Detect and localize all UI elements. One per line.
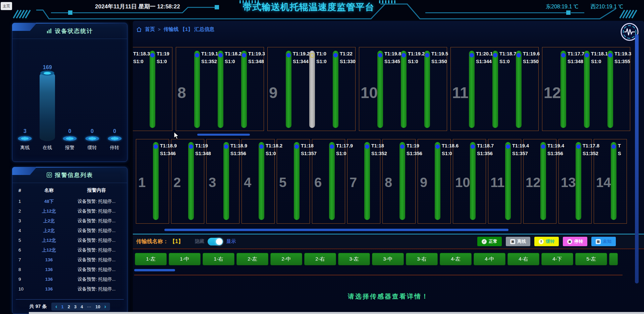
alarm-row[interactable]: 10136设备预警: 托辊停... <box>16 284 124 294</box>
alarm-row[interactable]: 3上2北设备预警: 托辊停... <box>16 216 124 226</box>
sensor-bar[interactable] <box>329 142 335 220</box>
sensor-bar[interactable] <box>153 142 159 220</box>
sensor-bar[interactable] <box>188 142 194 220</box>
sensor-bar[interactable] <box>516 51 522 128</box>
sensor-dot-icon <box>224 144 228 149</box>
speed-value: S1:356 <box>407 150 422 158</box>
sensor-button-4-下[interactable]: 4-下 <box>541 253 573 265</box>
sensor-button-2-右[interactable]: 2-右 <box>304 253 336 265</box>
legend-button-normal[interactable]: ✓正常 <box>477 237 502 246</box>
col-name: 名称 <box>29 187 69 193</box>
pager-page-1[interactable]: 1 <box>61 304 63 309</box>
sensor-button-partial[interactable] <box>609 253 618 265</box>
browser-home-tab[interactable]: 主页 <box>1 2 12 10</box>
group-number: 8 <box>177 85 186 100</box>
sensor-bar[interactable] <box>309 51 315 128</box>
sensor-bar[interactable] <box>286 51 291 128</box>
chart-category-label: 停转 <box>110 145 119 151</box>
alarm-index: 4 <box>16 228 29 233</box>
alarm-content: 设备预警: 托辊停... <box>69 198 124 205</box>
sensor-button-4-左[interactable]: 4-左 <box>440 253 472 265</box>
sensor-bar[interactable] <box>401 51 407 128</box>
sensor-bar[interactable] <box>492 51 498 128</box>
pager-page-2[interactable]: 2 <box>68 304 70 309</box>
header-datetime: 2024年11月11日 星期一 12:58:22 <box>77 3 198 10</box>
sensor-dot-icon <box>330 144 334 149</box>
pager-prev-icon[interactable]: ‹ <box>55 304 57 310</box>
legend-button-unknown[interactable]: ▤未知 <box>591 237 616 246</box>
alarm-row[interactable]: 6上12北设备预警: 托辊停... <box>16 245 124 255</box>
sensor-group-10: 10T1:19.8S1:345T1:19.2S1:0T1:19.5S1:350 <box>359 47 447 131</box>
pager-page-10[interactable]: 10 <box>95 304 100 309</box>
breadcrumb-home[interactable]: 首页 <box>145 26 155 33</box>
sensor-button-3-左[interactable]: 3-左 <box>338 253 370 265</box>
sensor-bar[interactable] <box>241 51 247 128</box>
sensor-readings: T1:19.2S1:0 <box>408 50 425 65</box>
alarm-row[interactable]: 5上12北设备预警: 托辊停... <box>16 235 124 245</box>
alarm-row[interactable]: 2上12北设备预警: 托辊停... <box>16 206 124 216</box>
window-bottom-scrollbar[interactable] <box>29 312 644 314</box>
sensor-bar[interactable] <box>470 142 476 220</box>
sensor-bar[interactable] <box>611 142 616 220</box>
group-number: 9 <box>269 85 278 100</box>
sensor-button-3-右[interactable]: 3-右 <box>406 253 438 265</box>
sensor-bar[interactable] <box>150 51 155 128</box>
sensor-bar[interactable] <box>259 142 264 220</box>
sensor-bar[interactable] <box>194 51 200 128</box>
sensor-bar[interactable] <box>584 51 590 128</box>
speed-value: S1:348 <box>248 58 265 65</box>
show-hide-toggle[interactable] <box>208 238 223 245</box>
main-vertical-scrollbar[interactable] <box>635 34 639 283</box>
sensor-bar[interactable] <box>333 51 338 128</box>
sensor-bar[interactable] <box>294 142 300 220</box>
sensor-bar[interactable] <box>607 51 613 128</box>
group-number: 10 <box>361 85 378 100</box>
alarm-row[interactable]: 7136设备预警: 托辊停... <box>16 255 124 265</box>
sensor-bar[interactable] <box>505 142 511 220</box>
sensor-button-3-中[interactable]: 3-中 <box>372 253 404 265</box>
temperature-value: T1:19.3 <box>248 50 265 58</box>
sensor-bar[interactable] <box>424 51 430 128</box>
sensor-button-2-中[interactable]: 2-中 <box>270 253 302 265</box>
sensor-bar[interactable] <box>435 142 440 220</box>
sensor-bar[interactable] <box>560 51 566 128</box>
alarm-row[interactable]: 4上2北设备预警: 托辊停... <box>16 226 124 235</box>
sensor-bar[interactable] <box>218 51 223 128</box>
header-temperatures: 东208:19.1 ℃ 西210:19.1 ℃ <box>546 3 623 10</box>
alarm-row[interactable]: 148下设备预警: 托辊停... <box>16 196 124 206</box>
sensor-button-4-右[interactable]: 4-右 <box>507 253 539 265</box>
pager-next-icon[interactable]: › <box>104 304 106 310</box>
alarm-row[interactable]: 8136设备预警: 托辊停... <box>16 265 124 274</box>
sensor-bar[interactable] <box>469 51 475 128</box>
sensor-bar[interactable] <box>364 142 370 220</box>
breadcrumb-path[interactable]: 传输线 【1】 汇总信息 <box>164 26 215 33</box>
sensor-button-1-中[interactable]: 1-中 <box>169 253 201 265</box>
sensor-button-1-右[interactable]: 1-右 <box>203 253 234 265</box>
top-row-scrollbar[interactable] <box>197 134 250 136</box>
bottom-row-scrollbar[interactable] <box>164 229 508 231</box>
sensor-bar[interactable] <box>540 142 546 220</box>
sensor-bar[interactable] <box>576 142 581 220</box>
button-row-scrollbar[interactable] <box>134 269 175 271</box>
legend-button-stopped[interactable]: ◼停转 <box>563 237 587 246</box>
legend-button-offline[interactable]: ▣离线 <box>506 237 530 246</box>
sensor-bar[interactable] <box>399 142 405 220</box>
sensor-dot-icon <box>378 53 382 57</box>
sensor-button-2-左[interactable]: 2-左 <box>236 253 268 265</box>
sensor-bar[interactable] <box>377 51 383 128</box>
sensor-bar[interactable] <box>223 142 229 220</box>
main-content: 首页 > 传输线 【1】 汇总信息 T1:18.3S1:0T1:19S1:08T… <box>133 21 644 314</box>
sensor-offline-dot-icon <box>310 53 315 58</box>
alarm-row[interactable]: 9136设备预警: 托辊停... <box>16 274 124 284</box>
sensor-button-1-左[interactable]: 1-左 <box>135 253 167 265</box>
legend-button-slow[interactable]: ‖缓转 <box>534 237 559 246</box>
legend-label: 缓转 <box>546 238 554 244</box>
pager-page-4[interactable]: 4 <box>80 304 83 309</box>
sensor-button-4-中[interactable]: 4-中 <box>474 253 505 265</box>
temperature-value: T1:19.4 <box>547 142 564 150</box>
sensor-readings: T1:18.6S1:0 <box>442 142 459 158</box>
temperature-value: T1:19.6 <box>523 50 540 58</box>
group-number: 7 <box>350 176 357 189</box>
sensor-button-5-左[interactable]: 5-左 <box>575 253 607 265</box>
pager-page-3[interactable]: 3 <box>74 304 76 309</box>
